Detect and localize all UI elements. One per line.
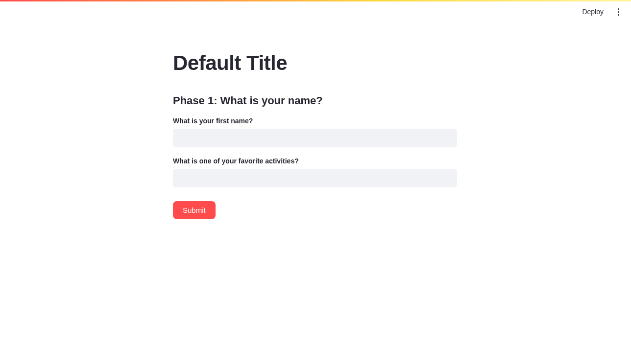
submit-button[interactable]: Submit — [173, 201, 216, 219]
page-title: Default Title — [173, 51, 457, 75]
kebab-menu-icon[interactable] — [613, 7, 623, 17]
activity-label: What is one of your favorite activities? — [173, 157, 457, 165]
deploy-button[interactable]: Deploy — [578, 6, 607, 18]
first-name-input[interactable] — [173, 129, 457, 147]
section-heading: Phase 1: What is your name? — [173, 94, 457, 107]
top-gradient-bar — [0, 0, 631, 1]
first-name-label: What is your first name? — [173, 117, 457, 125]
header-toolbar: Deploy — [578, 6, 623, 18]
main-content: Default Title Phase 1: What is your name… — [173, 0, 457, 219]
activity-input[interactable] — [173, 169, 457, 187]
